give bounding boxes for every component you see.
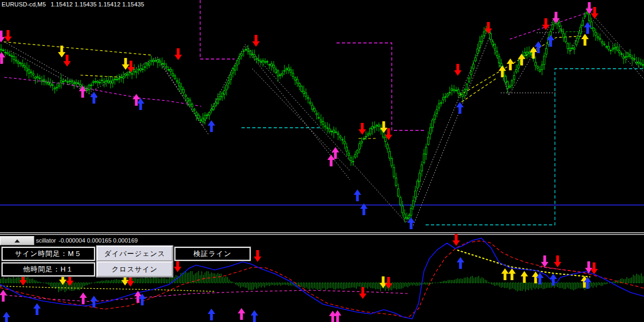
up-arrow-signal-icon [133,94,140,106]
button-verify-line[interactable]: 検証ライン [174,247,251,261]
up-arrow-signal-icon [456,102,464,114]
down-arrow-signal-icon [252,35,260,47]
up-arrow-signal-icon [0,52,5,64]
up-arrow-signal-icon [457,257,464,269]
down-arrow-signal-icon [552,12,560,24]
indicator-name: scillator [36,237,56,244]
down-arrow-signal-icon [63,55,71,67]
down-arrow-signal-icon [452,234,460,246]
down-arrow-signal-icon [0,31,5,42]
down-arrow-signal-icon [541,255,548,267]
up-arrow-signal-icon [79,292,87,304]
up-arrow-signal-icon [238,308,245,320]
up-arrow-signal-icon [581,34,589,46]
up-arrow-signal-icon [90,296,98,308]
button-divergence[interactable]: ダイバージェンス [97,246,173,261]
up-arrow-signal-icon [208,309,215,320]
up-arrow-signal-icon [3,312,10,322]
up-arrow-signal-icon [90,92,98,104]
triangle-up-icon [14,239,20,243]
symbol-timeframe-label: EURUSD-cd,M5 [2,1,46,8]
up-arrow-signal-icon [407,217,415,229]
signal-arrows-layer [0,2,598,229]
up-arrow-signal-icon [251,310,258,322]
down-arrow-signal-icon [4,30,12,42]
button-other-timeframe[interactable]: 他時間足：H１ [2,262,95,276]
up-arrow-signal-icon [584,22,591,34]
down-arrow-signal-icon [358,123,366,135]
up-arrow-signal-icon [0,290,7,302]
up-arrow-signal-icon [33,303,41,315]
down-arrow-signal-icon [58,46,65,57]
indicator-collapse-button[interactable] [0,236,34,245]
down-arrow-signal-icon [554,255,561,267]
button-cross-sign[interactable]: クロスサイン [97,261,173,277]
up-arrow-signal-icon [501,268,509,280]
down-arrow-signal-icon [359,287,367,299]
ohlc-values: 1.15412 1.15435 1.15412 1.15435 [50,1,144,8]
window-separator [0,232,644,235]
up-arrow-signal-icon [208,120,215,132]
up-arrow-signal-icon [327,155,335,166]
up-arrow-signal-icon [329,311,336,322]
mt4-chart-window: EURUSD-cd,M51.15412 1.15435 1.15412 1.15… [0,0,644,322]
down-arrow-signal-icon [454,64,462,76]
up-arrow-signal-icon [137,98,144,110]
up-arrow-signal-icon [521,271,528,283]
down-arrow-signal-icon [485,22,492,34]
up-arrow-signal-icon [507,58,514,70]
main-chart-lines-layer [0,0,644,225]
candlestick-layer [1,8,644,223]
down-arrow-signal-icon [174,48,182,60]
button-signal-timeframe[interactable]: サイン時間足：M５ [2,247,95,261]
indicator-values: -0.000004 0.000165 0.000169 [58,237,137,244]
down-arrow-signal-icon [542,18,550,30]
up-arrow-signal-icon [499,65,506,77]
up-arrow-signal-icon [508,268,516,280]
up-arrow-signal-icon [79,86,86,98]
up-arrow-signal-icon [354,189,361,201]
chart-title: EURUSD-cd,M51.15412 1.15435 1.15412 1.15… [2,1,144,8]
indicator-name-label: scillator-0.000004 0.000165 0.000169 [36,237,138,244]
down-arrow-signal-icon [254,250,261,262]
down-arrow-signal-icon [174,260,181,272]
